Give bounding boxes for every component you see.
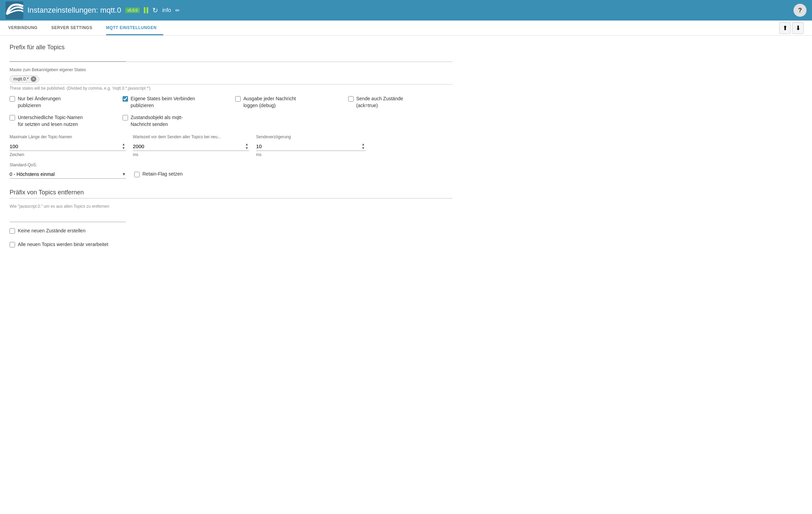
refresh-icon[interactable]: ↻	[152, 6, 158, 14]
unit-ms-wartezeit: ms	[133, 152, 249, 157]
qos-retain-row: Standard-QoS: 0 - Höchstens einmal 1 - M…	[10, 163, 453, 179]
checkbox-eigene-states-label: Eigene States beim Verbindenpublizieren	[131, 95, 195, 109]
field-qos: Standard-QoS: 0 - Höchstens einmal 1 - M…	[10, 163, 126, 179]
spin-down-sende[interactable]: ▼	[361, 146, 366, 150]
checkbox-alle-neuen-topics: Alle neuen Topics werden binär verarbeit…	[10, 241, 453, 248]
field-maximale-laenge: Maximale Länge der Topic-Namen ▲ ▼ Zeich…	[10, 134, 126, 157]
page-title: Instanzeinstellungen: mqtt.0	[27, 6, 121, 15]
checkbox-retain-input[interactable]	[134, 172, 140, 177]
select-arrow-icon: ▼	[122, 172, 126, 177]
download-button[interactable]: ⬇	[792, 22, 804, 34]
header: Instanzeinstellungen: mqtt.0 v5.0.0 ↻ in…	[0, 0, 812, 21]
spin-down-maximale[interactable]: ▼	[121, 146, 126, 150]
checkbox-sende-auch-zustaende: Sende auch Zustände(ack=true)	[348, 95, 453, 109]
field-sendeverzoegerung-label: Sendeverzögerung	[256, 134, 366, 139]
checkbox-retain-label: Retain-Flag setzen	[142, 171, 183, 178]
checkbox-keine-neuen-label: Keine neuen Zustände erstellen	[18, 228, 86, 234]
checkbox-alle-neuen-label: Alle neuen Topics werden binär verarbeit…	[18, 241, 108, 248]
tab-actions: ⬆ ⬇	[779, 22, 804, 34]
field-wartezeit: Wartezeit vor dem Senden aller Topics be…	[133, 134, 249, 157]
tag-input-area[interactable]: mqtt.0.* ✕	[10, 74, 453, 85]
checkbox-unterschiedliche-input[interactable]	[10, 115, 15, 120]
spin-up-maximale[interactable]: ▲	[121, 143, 126, 146]
field-wartezeit-label: Wartezeit vor dem Senden aller Topics be…	[133, 134, 249, 139]
upload-button[interactable]: ⬆	[779, 22, 791, 34]
checkbox-retain-flag: Retain-Flag setzen	[134, 171, 453, 178]
field-wartezeit-wrap: ▲ ▼	[133, 142, 249, 151]
mask-label: Maske zum Bekanntgeben eigener States	[10, 67, 453, 72]
field-sendeverzoegerung: Sendeverzögerung ▲ ▼ ms	[256, 134, 366, 157]
version-badge: v5.0.0	[125, 8, 140, 13]
numeric-fields-row: Maximale Länge der Topic-Namen ▲ ▼ Zeich…	[10, 134, 453, 157]
pause-icon[interactable]	[144, 7, 148, 13]
spin-down-wartezeit[interactable]: ▼	[244, 146, 249, 150]
main-content: Prefix für alle Topics Maske zum Bekannt…	[0, 36, 462, 256]
checkbox-zustandsobjekt-input[interactable]	[123, 115, 128, 120]
hint-text: These states will be published. (Divided…	[10, 86, 453, 91]
tab-mqtt-einstellungen[interactable]: MQTT EINSTELLUNGEN	[106, 21, 164, 35]
prefix-entfernen-input[interactable]	[10, 214, 126, 222]
tag-close-button[interactable]: ✕	[31, 76, 36, 82]
field-sendeverzoegerung-wrap: ▲ ▼	[256, 142, 366, 151]
tag-value: mqtt.0.*	[13, 76, 29, 81]
qos-select-wrap: 0 - Höchstens einmal 1 - Mindestens einm…	[10, 170, 126, 179]
qos-select[interactable]: 0 - Höchstens einmal 1 - Mindestens einm…	[10, 171, 122, 177]
field-maximale-laenge-wrap: ▲ ▼	[10, 142, 126, 151]
section2-hint: Wie "javascript.0." um es aus allen Topi…	[10, 204, 453, 209]
checkbox-sende-label: Sende auch Zustände(ack=true)	[356, 95, 403, 109]
checkbox-ausgabe-input[interactable]	[235, 96, 241, 102]
tag-mqtt: mqtt.0.* ✕	[10, 75, 39, 83]
checkbox-sende-input[interactable]	[348, 96, 354, 102]
tab-verbindung[interactable]: VERBINDUNG	[8, 21, 45, 35]
field-sendeverzoegerung-input[interactable]	[256, 142, 361, 151]
checkbox-unterschiedliche-topic: Unterschiedliche Topic-Namenfür setzten …	[10, 114, 114, 128]
section-prefix-entfernen: Präfix von Topics entfernen Wie "javascr…	[10, 189, 453, 248]
spin-btns-wartezeit: ▲ ▼	[244, 143, 249, 150]
checkboxes-grid: Nur bei Änderungenpublizieren Eigene Sta…	[10, 95, 453, 128]
field-maximale-laenge-label: Maximale Länge der Topic-Namen	[10, 134, 126, 139]
checkbox-ausgabe-jeder-nachricht: Ausgabe jeder Nachrichtloggen (debug)	[235, 95, 340, 109]
checkbox-nur-bei-aenderungen-label: Nur bei Änderungenpublizieren	[18, 95, 61, 109]
checkbox-keine-neuen-zustaende: Keine neuen Zustände erstellen	[10, 228, 453, 234]
field-maximale-laenge-input[interactable]	[10, 142, 121, 151]
spin-up-wartezeit[interactable]: ▲	[244, 143, 249, 146]
section2-title: Präfix von Topics entfernen	[10, 189, 453, 196]
tabs-bar: VERBINDUNG SERVER SETTINGS MQTT EINSTELL…	[0, 21, 812, 36]
checkbox-zustandsobjekt-label: Zustandsobjekt als mqtt-Nachricht senden	[131, 114, 183, 128]
field-wartezeit-input[interactable]	[133, 142, 244, 151]
checkbox-eigene-states-input[interactable]	[123, 96, 128, 102]
checkbox-eigene-states: Eigene States beim Verbindenpublizieren	[123, 95, 227, 109]
unit-ms-sende: ms	[256, 152, 366, 157]
checkbox-nur-bei-aenderungen-input[interactable]	[10, 96, 15, 102]
qos-label: Standard-QoS:	[10, 163, 126, 167]
prefix-input[interactable]	[10, 53, 126, 62]
checkbox-unterschiedliche-label: Unterschiedliche Topic-Namenfür setzten …	[18, 114, 83, 128]
checkbox-alle-neuen-input[interactable]	[10, 242, 15, 247]
section1-title: Prefix für alle Topics	[10, 44, 453, 51]
bottom-checkboxes: Keine neuen Zustände erstellen Alle neue…	[10, 228, 453, 248]
info-label[interactable]: info	[162, 7, 171, 13]
edit-icon[interactable]: ✏	[175, 7, 180, 14]
section-prefix: Prefix für alle Topics Maske zum Bekannt…	[10, 44, 453, 179]
checkbox-keine-neuen-input[interactable]	[10, 228, 15, 234]
help-button[interactable]: ?	[794, 4, 807, 17]
tab-server-settings[interactable]: SERVER SETTINGS	[51, 21, 99, 35]
checkbox-nur-bei-aenderungen: Nur bei Änderungenpublizieren	[10, 95, 114, 109]
spin-btns-maximale: ▲ ▼	[121, 143, 126, 150]
checkbox-zustandsobjekt: Zustandsobjekt als mqtt-Nachricht senden	[123, 114, 227, 128]
spin-up-sende[interactable]: ▲	[361, 143, 366, 146]
unit-zeichen: Zeichen	[10, 152, 126, 157]
spin-btns-sende: ▲ ▼	[361, 143, 366, 150]
logo-icon	[5, 1, 23, 19]
checkbox-ausgabe-label: Ausgabe jeder Nachrichtloggen (debug)	[243, 95, 296, 109]
